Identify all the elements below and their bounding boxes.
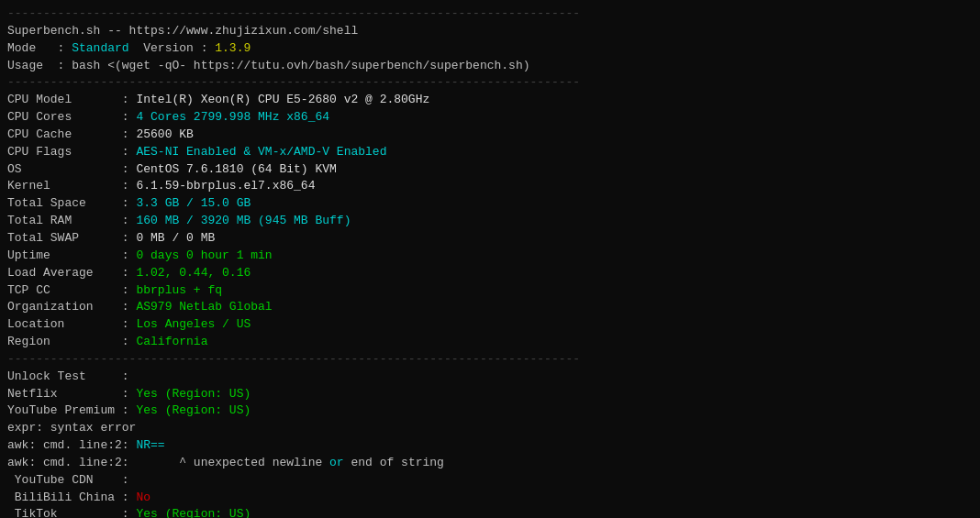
cpu-cores-label: CPU Cores :: [7, 110, 129, 124]
total-space-value: 3.3 GB / 15.0 GB: [129, 196, 251, 210]
org-label: Organization :: [7, 300, 129, 314]
org-row: Organization : AS979 NetLab Global: [7, 300, 273, 314]
tiktok-row: TikTok : Yes (Region: US): [7, 507, 251, 518]
kernel-row: Kernel : 6.1.59-bbrplus.el7.x86_64: [7, 179, 315, 193]
kernel-value: 6.1.59-bbrplus.el7.x86_64: [129, 179, 316, 193]
tiktok-value: Yes (Region: US): [129, 507, 251, 518]
separator-2: ----------------------------------------…: [7, 352, 580, 366]
cpu-flags-row: CPU Flags : AES-NI Enabled & VM-x/AMD-V …: [7, 145, 386, 159]
header-line2: Mode : Standard Version : 1.3.9: [7, 41, 251, 55]
separator-top: ----------------------------------------…: [7, 6, 580, 20]
cpu-cache-label: CPU Cache :: [7, 127, 129, 141]
mode-value: Standard: [72, 41, 128, 55]
cpu-model-row: CPU Model : Intel(R) Xeon(R) CPU E5-2680…: [7, 93, 429, 106]
region-label: Region :: [7, 335, 129, 348]
total-swap-row: Total SWAP : 0 MB / 0 MB: [7, 231, 215, 245]
uptime-label: Uptime :: [7, 248, 129, 262]
cpu-flags-value: AES-NI Enabled & VM-x/AMD-V Enabled: [129, 145, 387, 159]
youtube-premium-label: YouTube Premium :: [7, 403, 129, 417]
tcp-cc-label: TCP CC :: [7, 283, 129, 297]
load-avg-label: Load Average :: [7, 266, 129, 280]
version-label: Version :: [129, 41, 216, 55]
region-row: Region : California: [7, 335, 207, 348]
org-value: AS979 NetLab Global: [129, 300, 273, 314]
cpu-cores-value: 4 Cores 2799.998 MHz x86_64: [129, 110, 329, 124]
location-value: Los Angeles / US: [129, 317, 251, 331]
netflix-label: Netflix :: [7, 387, 129, 401]
tcp-cc-value: bbrplus + fq: [129, 283, 222, 297]
total-ram-row: Total RAM : 160 MB / 3920 MB (945 MB Buf…: [7, 214, 351, 227]
awk-error-2: awk: cmd. line:2: ^ unexpected newline o…: [7, 456, 444, 469]
tcp-cc-row: TCP CC : bbrplus + fq: [7, 283, 222, 297]
unlock-title-row: Unlock Test :: [7, 369, 129, 383]
header-line3: Usage : bash <(wget -qO- https://tutu.ov…: [7, 59, 530, 72]
version-value: 1.3.9: [215, 41, 251, 55]
total-space-label: Total Space :: [7, 196, 129, 210]
total-ram-value: 160 MB / 3920 MB (945 MB Buff): [129, 214, 351, 227]
region-value: California: [129, 335, 208, 348]
kernel-label: Kernel :: [7, 179, 129, 193]
load-avg-value: 1.02, 0.44, 0.16: [129, 266, 251, 280]
netflix-row: Netflix : Yes (Region: US): [7, 387, 251, 401]
location-row: Location : Los Angeles / US: [7, 317, 251, 331]
expr-error: expr: syntax error: [7, 421, 136, 435]
awk-nr: NR==: [136, 438, 164, 452]
total-swap-label: Total SWAP :: [7, 231, 129, 245]
total-space-row: Total Space : 3.3 GB / 15.0 GB: [7, 196, 251, 210]
mode-label: Mode :: [7, 41, 72, 55]
awk-or: or: [329, 456, 344, 469]
youtube-premium-value: Yes (Region: US): [129, 403, 251, 417]
separator-1: ----------------------------------------…: [7, 75, 580, 89]
netflix-value: Yes (Region: US): [129, 387, 251, 401]
total-ram-label: Total RAM :: [7, 214, 129, 227]
terminal-output: ----------------------------------------…: [7, 6, 973, 518]
cpu-model-label: CPU Model :: [7, 93, 129, 106]
uptime-value: 0 days 0 hour 1 min: [129, 248, 273, 262]
uptime-row: Uptime : 0 days 0 hour 1 min: [7, 248, 273, 262]
cpu-cores-row: CPU Cores : 4 Cores 2799.998 MHz x86_64: [7, 110, 329, 124]
load-avg-row: Load Average : 1.02, 0.44, 0.16: [7, 266, 251, 280]
location-label: Location :: [7, 317, 129, 331]
cpu-cache-value: 25600 KB: [129, 127, 194, 141]
os-label: OS :: [7, 162, 129, 176]
bilibili-value: No: [129, 490, 150, 504]
awk-error-1: awk: cmd. line:2: NR==: [7, 438, 165, 452]
os-row: OS : CentOS 7.6.1810 (64 Bit) KVM: [7, 162, 337, 176]
os-value: CentOS 7.6.1810 (64 Bit) KVM: [129, 162, 337, 176]
bilibili-row: BiliBili China : No: [7, 490, 150, 504]
cpu-flags-label: CPU Flags :: [7, 145, 129, 159]
total-swap-value: 0 MB / 0 MB: [129, 231, 216, 245]
cpu-cache-row: CPU Cache : 25600 KB: [7, 127, 194, 141]
cpu-model-value: Intel(R) Xeon(R) CPU E5-2680 v2 @ 2.80GH…: [129, 93, 430, 106]
header-line1: Superbench.sh -- https://www.zhujizixun.…: [7, 24, 358, 38]
youtube-cdn-row: YouTube CDN :: [7, 473, 129, 487]
youtube-premium-row: YouTube Premium : Yes (Region: US): [7, 403, 251, 417]
